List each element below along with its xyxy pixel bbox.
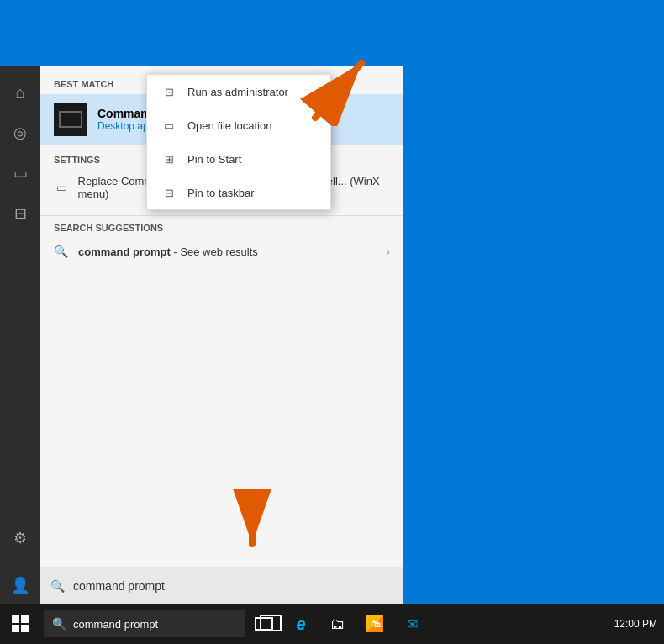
- mail-button[interactable]: ✉: [393, 604, 430, 644]
- sidebar-icon-tablet[interactable]: ⊟: [2, 195, 39, 232]
- taskbar-search-text: command prompt: [73, 618, 158, 631]
- start-button[interactable]: [0, 604, 40, 644]
- pin-taskbar-label: Pin to taskbar: [187, 187, 255, 199]
- search-input[interactable]: [73, 579, 393, 593]
- mail-icon: ✉: [407, 616, 418, 632]
- sidebar-icon-home[interactable]: ⌂: [2, 74, 39, 111]
- task-view-button[interactable]: [245, 604, 282, 644]
- sidebar-icon-user[interactable]: 👤: [2, 567, 39, 604]
- taskbar-right: 12:00 PM: [614, 618, 664, 630]
- explorer-button[interactable]: 🗂: [319, 604, 356, 644]
- search-suggest-text: command prompt - See web results: [78, 245, 258, 258]
- menu-divider: [40, 215, 403, 216]
- sidebar-icon-camera[interactable]: ◎: [2, 114, 39, 151]
- command-prompt-icon: [54, 103, 87, 136]
- run-admin-label: Run as administrator: [187, 86, 288, 98]
- taskbar-search-icon: 🔍: [52, 617, 66, 631]
- context-menu: ⊡ Run as administrator ▭ Open file locat…: [146, 74, 331, 210]
- task-view-icon: [255, 617, 273, 631]
- windows-icon: [12, 615, 29, 632]
- start-sidebar: ⌂ ◎ ▭ ⊟ ⚙ 👤: [0, 66, 40, 604]
- suggest-arrow: ›: [386, 245, 390, 258]
- store-icon: 🛍: [366, 615, 383, 632]
- taskbar-clock: 12:00 PM: [614, 618, 657, 630]
- context-item-pin-taskbar[interactable]: ⊟ Pin to taskbar: [147, 176, 330, 209]
- start-search-bar: 🔍: [40, 567, 403, 604]
- context-item-pin-start[interactable]: ⊞ Pin to Start: [147, 142, 330, 176]
- open-location-icon: ▭: [161, 117, 177, 134]
- pin-start-icon: ⊞: [161, 150, 177, 167]
- taskbar: 🔍 command prompt e 🗂 🛍 ✉ 12:00 PM: [0, 604, 664, 644]
- edge-button[interactable]: e: [282, 604, 319, 644]
- sidebar-icon-display[interactable]: ▭: [2, 155, 39, 192]
- explorer-icon: 🗂: [330, 615, 345, 633]
- search-suggest-icon: 🔍: [54, 245, 68, 258]
- open-location-label: Open file location: [187, 119, 271, 132]
- store-button[interactable]: 🛍: [356, 604, 393, 644]
- taskbar-search[interactable]: 🔍 command prompt: [44, 610, 245, 637]
- settings-item-icon: ▭: [54, 179, 70, 196]
- pin-start-label: Pin to Start: [187, 153, 241, 166]
- context-item-run-admin[interactable]: ⊡ Run as administrator: [147, 75, 330, 108]
- pin-taskbar-icon: ⊟: [161, 184, 177, 201]
- search-suggest-label: Search suggestions: [40, 219, 403, 238]
- sidebar-icon-settings[interactable]: ⚙: [2, 520, 39, 557]
- run-admin-icon: ⊡: [161, 83, 177, 100]
- search-bar-icon: 🔍: [50, 579, 65, 593]
- context-item-open-location[interactable]: ▭ Open file location: [147, 108, 330, 142]
- edge-icon: e: [296, 615, 305, 634]
- search-suggest-item[interactable]: 🔍 command prompt - See web results ›: [40, 238, 403, 265]
